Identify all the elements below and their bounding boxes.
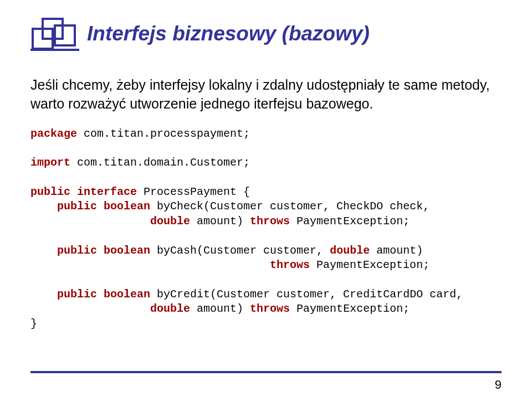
code-text: com.titan.domain.Customer; — [70, 156, 250, 169]
code-text: byCash(Customer customer, — [150, 244, 330, 257]
keyword-throws: throws — [250, 302, 290, 315]
keyword-public: public — [57, 200, 97, 213]
keyword-public: public — [57, 244, 97, 257]
code-text: amount) — [370, 244, 423, 257]
keyword-double: double — [330, 244, 370, 257]
code-listing: package com.titan.processpayment; import… — [30, 127, 502, 331]
keyword-package: package — [30, 127, 77, 140]
code-text: amount) — [190, 302, 250, 315]
svg-rect-2 — [55, 25, 75, 45]
slide-title: Interfejs biznesowy (bazowy) — [87, 22, 370, 45]
page-number: 9 — [495, 378, 502, 392]
keyword-boolean: boolean — [104, 244, 150, 257]
intro-paragraph: Jeśli chcemy, żeby interfejsy lokalny i … — [30, 76, 502, 114]
code-text — [30, 302, 150, 315]
keyword-interface: interface — [77, 185, 137, 198]
keyword-double: double — [150, 302, 190, 315]
code-text: } — [30, 317, 37, 330]
code-text: PaymentException; — [290, 215, 410, 228]
code-text: byCheck(Customer customer, CheckDO check… — [150, 200, 429, 213]
footer-divider — [30, 371, 502, 373]
keyword-double: double — [150, 215, 190, 228]
code-text — [30, 259, 270, 271]
code-text — [30, 215, 150, 228]
keyword-import: import — [30, 156, 70, 169]
code-text: amount) — [190, 215, 250, 228]
code-text: com.titan.processpayment; — [77, 127, 250, 140]
code-text: ProcessPayment { — [137, 185, 250, 198]
code-text: PaymentException; — [310, 259, 429, 271]
keyword-throws: throws — [250, 215, 290, 228]
keyword-public: public — [30, 185, 70, 198]
keyword-boolean: boolean — [104, 288, 150, 301]
code-text: byCredit(Customer customer, CreditCardDO… — [150, 288, 463, 301]
code-text: PaymentException; — [290, 302, 410, 315]
slide-header: Interfejs biznesowy (bazowy) — [30, 17, 502, 51]
logo-icon — [30, 17, 79, 51]
keyword-public: public — [57, 288, 97, 301]
keyword-boolean: boolean — [104, 200, 150, 213]
keyword-throws: throws — [270, 259, 310, 271]
